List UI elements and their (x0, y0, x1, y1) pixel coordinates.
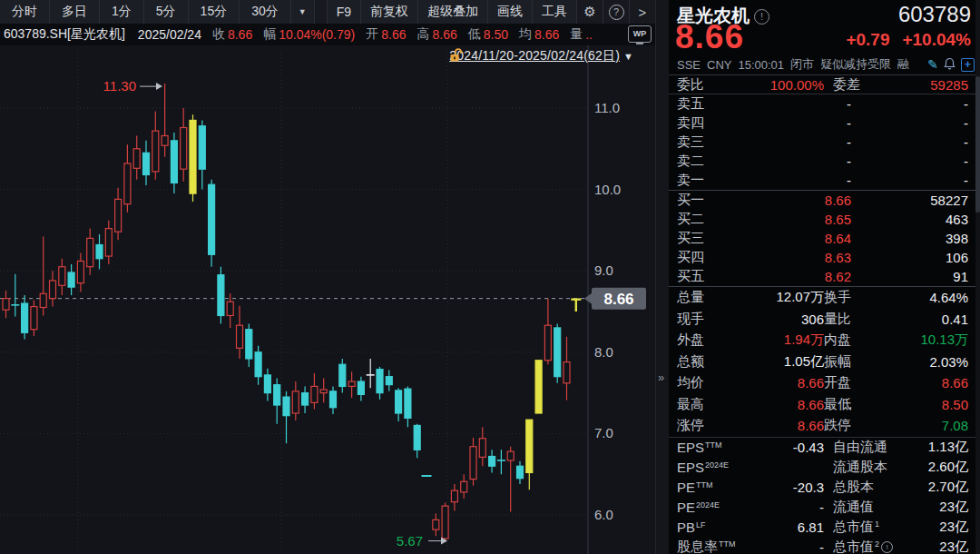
y-tick-label: 6.0 (594, 507, 613, 522)
candle (59, 267, 65, 286)
candle (143, 153, 150, 174)
symbol-label: 603789.SH[星光农机] (4, 26, 125, 43)
candle (105, 229, 112, 256)
quote-panel: 星光农机! 603789 8.66 +0.79+10.04% SSE CNY 1… (669, 0, 980, 554)
ask-row-1[interactable]: 卖一-- (669, 171, 980, 190)
y-tick-label: 8.0 (594, 344, 613, 360)
candle (283, 397, 289, 416)
candle (31, 307, 37, 330)
candlestick-chart[interactable]: 11.305.6711.010.09.08.07.06.08.66 (0, 45, 655, 554)
low-value: 8.50 (484, 27, 508, 42)
candle (237, 325, 243, 348)
forward-adjust-button[interactable]: 前复权 (360, 0, 417, 24)
candle (190, 120, 196, 193)
candle (330, 391, 337, 408)
quote-header: 星光农机! 603789 8.66 +0.79+10.04% SSE CNY 1… (669, 0, 980, 75)
risk-tag: 疑似减持受限 (820, 56, 891, 73)
ask-row-4[interactable]: 卖四-- (669, 114, 980, 133)
candle (133, 149, 140, 169)
alert-bell-icon[interactable] (944, 57, 956, 73)
market-state: 闭市 (790, 56, 814, 73)
candle (489, 456, 495, 466)
candle (470, 447, 476, 480)
avg-key: 均 (519, 26, 532, 43)
close-key: 收 (212, 26, 225, 43)
help-icon[interactable]: ? (603, 0, 629, 24)
weibi-value: 100.00% (733, 77, 824, 93)
tab-30min[interactable]: 30分 (240, 0, 291, 24)
stats-row: 总量12.07万换手4.64% (669, 287, 980, 309)
high-value: 8.66 (432, 27, 456, 42)
tab-timeline[interactable]: 分时 (0, 0, 50, 24)
range-caret-icon[interactable]: ▼ (623, 51, 633, 62)
candle (302, 393, 309, 405)
super-overlay-button[interactable]: 超级叠加 (417, 0, 487, 24)
exchange-label: SSE (677, 58, 701, 72)
weibi-row: 委比 100.00% 委差 59285 (669, 75, 980, 94)
bid-row-1[interactable]: 买一8.6658227 (669, 191, 980, 210)
fundamentals-section: EPSTTM-0.43自由流通1.13亿 EPS2024E流通股本2.60亿 P… (669, 438, 980, 554)
stats-row: 均价8.66开盘8.66 (669, 372, 980, 394)
fund-row: EPSTTM-0.43自由流通1.13亿 (669, 438, 980, 458)
add-plus-icon[interactable]: + (961, 58, 975, 72)
stock-code: 603789 (898, 2, 971, 27)
fund-row: PETTM-20.3总股本2.70亿 (669, 478, 980, 498)
panel-expander-icon[interactable]: » (658, 371, 664, 384)
ask-book: 卖五-- 卖四-- 卖三-- 卖二-- 卖一-- (669, 94, 980, 190)
stats-section: 总量12.07万换手4.64% 现手306量比0.41 外盘1.94万内盘10.… (669, 287, 980, 437)
range-value: 10.04%(0.79) (279, 27, 355, 42)
candle (526, 420, 533, 472)
gear-icon[interactable]: ⚙ (576, 0, 603, 24)
toolbar: 分时 多日 1分 5分 15分 30分 ▼ F9 前复权 超级叠加 画线 工具 … (0, 0, 655, 25)
candle (255, 352, 261, 377)
candle (339, 364, 346, 386)
candle (544, 325, 551, 361)
f9-button[interactable]: F9 (327, 0, 360, 24)
tab-5min[interactable]: 5分 (144, 0, 189, 24)
candle (451, 490, 457, 502)
wp-window-icon[interactable]: WP (628, 25, 652, 43)
alert-info-icon[interactable]: ! (754, 9, 769, 25)
tab-multiday[interactable]: 多日 (50, 0, 100, 24)
candle (320, 390, 327, 393)
candle (405, 389, 411, 418)
ask-row-5[interactable]: 卖五-- (669, 94, 980, 114)
high-arrow-head (156, 83, 162, 90)
bid-row-2[interactable]: 买二8.65463 (669, 210, 980, 229)
y-tick-label: 10.0 (594, 182, 621, 197)
fund-row: PBLF6.81总市值123亿 (669, 518, 980, 538)
candle (218, 275, 224, 316)
ask-row-2[interactable]: 卖二-- (669, 152, 980, 171)
edit-pencil-icon[interactable]: ✎ (927, 57, 938, 72)
info-icon[interactable]: ! (881, 541, 893, 553)
info-bar: 603789.SH[星光农机] 2025/02/24 收8.66 幅10.04%… (0, 24, 655, 45)
candle (50, 281, 56, 299)
open-value: 8.66 (381, 27, 406, 42)
range-bar: 2024/11/20-2025/02/24(62日) ▼ (449, 48, 639, 64)
candle (124, 163, 131, 204)
tools-button[interactable]: 工具 (532, 0, 576, 24)
candle (246, 330, 252, 359)
candle (264, 375, 270, 393)
candle (162, 135, 168, 145)
scrollbar-thumb[interactable] (975, 76, 980, 213)
candle (311, 386, 318, 402)
tab-15min[interactable]: 15分 (189, 0, 240, 24)
tab-1min[interactable]: 1分 (100, 0, 144, 24)
period-dropdown-caret-icon[interactable]: ▼ (291, 0, 315, 24)
draw-line-button[interactable]: 画线 (487, 0, 532, 24)
chart-area[interactable]: 11.305.6711.010.09.08.07.06.08.66 2024/1… (0, 45, 655, 554)
ask-row-3[interactable]: 卖三-- (669, 133, 980, 152)
candle (517, 466, 524, 478)
date-range-link[interactable]: 2024/11/20-2025/02/24(62日) (449, 48, 620, 64)
stats-row: 最高8.66最低8.50 (669, 394, 980, 416)
candle (77, 261, 83, 282)
bid-row-5[interactable]: 买五8.6291 (669, 267, 980, 286)
candle (22, 303, 28, 332)
chevron-right-icon[interactable]: > (629, 0, 655, 24)
bid-row-3[interactable]: 买三8.64398 (669, 229, 980, 248)
bid-book: 买一8.6658227 买二8.65463 买三8.64398 买四8.6310… (669, 191, 980, 286)
bid-row-4[interactable]: 买四8.63106 (669, 248, 980, 267)
panel-scrollbar[interactable] (975, 0, 980, 554)
candle (292, 391, 299, 413)
